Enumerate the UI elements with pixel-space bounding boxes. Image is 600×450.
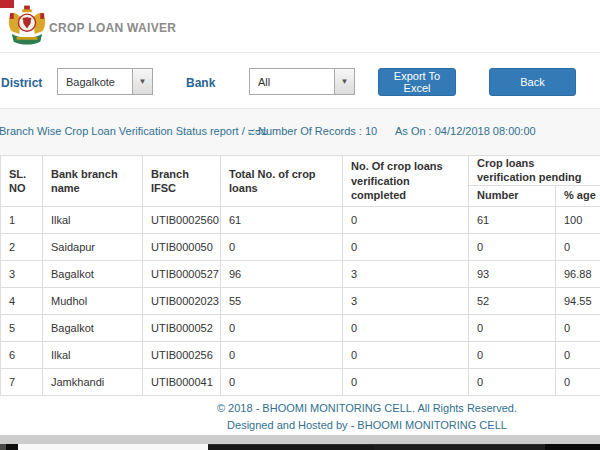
taskbar-segment (208, 444, 374, 450)
taskbar-segment (374, 444, 545, 450)
as-on-timestamp: As On : 04/12/2018 08:00:00 (395, 125, 536, 137)
table-row: 7JamkhandiUTIB0000410000 (1, 368, 600, 395)
verification-status-table: SL. NO Bank branch name Branch IFSC Tota… (0, 155, 600, 396)
bank-label: Bank (186, 76, 215, 90)
cell-sl_no: 1 (1, 206, 43, 233)
cell-total_loans: 0 (221, 233, 343, 260)
filter-bar: District Bagalkote ▼ Bank All ▼ Export T… (0, 54, 600, 108)
cell-pending_pct: 96.88 (556, 260, 600, 287)
cell-branch_name: Ilkal (43, 341, 143, 368)
cell-pending_pct: 0 (556, 341, 600, 368)
table-row: 1IlkalUTIB000256061061100 (1, 206, 600, 233)
taskbar-item[interactable] (18, 444, 208, 450)
col-header-pending-number: Number (469, 185, 556, 206)
cell-branch_name: Ilkal (43, 206, 143, 233)
cell-verified: 0 (343, 233, 469, 260)
cell-branch_name: Saidapur (43, 233, 143, 260)
cell-pending_number: 0 (469, 314, 556, 341)
cell-branch_name: Bagalkot (43, 260, 143, 287)
cell-verified: 3 (343, 260, 469, 287)
bottom-gray-strip (0, 435, 600, 444)
cell-sl_no: 4 (1, 287, 43, 314)
cell-verified: 3 (343, 287, 469, 314)
table-row: 2SaidapurUTIB0000500000 (1, 233, 600, 260)
cell-branch_name: Mudhol (43, 287, 143, 314)
bank-selected-value: All (250, 76, 270, 88)
cell-pending_number: 52 (469, 287, 556, 314)
taskbar-segment (545, 444, 600, 450)
col-header-verified: No. Of crop loans verification completed (343, 156, 469, 207)
cell-ifsc: UTIB0002023 (143, 287, 221, 314)
cell-pending_number: 61 (469, 206, 556, 233)
bank-select[interactable]: All ▼ (249, 68, 355, 95)
chevron-down-icon: ▼ (132, 69, 152, 94)
cell-pending_pct: 0 (556, 233, 600, 260)
cell-ifsc: UTIB0002560 (143, 206, 221, 233)
cell-total_loans: 0 (221, 341, 343, 368)
col-header-pending-group: Crop loans verification pending (469, 156, 600, 186)
app-header: CROP LOAN WAIVER (0, 0, 600, 53)
taskbar-edge (0, 444, 600, 450)
col-header-branch-name: Bank branch name (43, 156, 143, 207)
district-selected-value: Bagalkote (58, 76, 115, 88)
cell-verified: 0 (343, 206, 469, 233)
cell-verified: 0 (343, 314, 469, 341)
karnataka-emblem-icon (8, 4, 46, 49)
cell-sl_no: 2 (1, 233, 43, 260)
report-title: Branch Wise Crop Loan Verification Statu… (0, 125, 268, 138)
cell-total_loans: 96 (221, 260, 343, 287)
table-body: 1IlkalUTIB0002560610611002SaidapurUTIB00… (1, 206, 600, 395)
red-corner-mark (0, 0, 14, 8)
cell-sl_no: 5 (1, 314, 43, 341)
cell-branch_name: Jamkhandi (43, 368, 143, 395)
cell-total_loans: 0 (221, 368, 343, 395)
col-header-pending-pct: % age (556, 185, 600, 206)
cell-sl_no: 3 (1, 260, 43, 287)
page-footer: © 2018 - BHOOMI MONITORING CELL. All Rig… (134, 397, 600, 431)
hosted-by-line: Designed and Hosted by - BHOOMI MONITORI… (134, 419, 600, 431)
cell-ifsc: UTIB000050 (143, 233, 221, 260)
taskbar-segment (6, 444, 18, 450)
table-row: 6IlkalUTIB0002560000 (1, 341, 600, 368)
cell-ifsc: UTIB000041 (143, 368, 221, 395)
cell-pending_number: 93 (469, 260, 556, 287)
col-header-ifsc: Branch IFSC (143, 156, 221, 207)
cell-ifsc: UTIB000256 (143, 341, 221, 368)
cell-pending_number: 0 (469, 233, 556, 260)
export-to-excel-button[interactable]: Export To Excel (378, 68, 456, 96)
cell-verified: 0 (343, 341, 469, 368)
cell-total_loans: 0 (221, 314, 343, 341)
cell-sl_no: 6 (1, 341, 43, 368)
table-row: 4MudholUTIB00020235535294.55 (1, 287, 600, 314)
back-button[interactable]: Back (489, 68, 576, 96)
cell-ifsc: UTIB0000527 (143, 260, 221, 287)
district-label: District (1, 76, 42, 90)
cell-total_loans: 55 (221, 287, 343, 314)
col-header-total-loans: Total No. of crop loans (221, 156, 343, 207)
cell-total_loans: 61 (221, 206, 343, 233)
cell-pending_pct: 94.55 (556, 287, 600, 314)
cell-ifsc: UTIB000052 (143, 314, 221, 341)
page-title: CROP LOAN WAIVER (49, 21, 176, 35)
cell-pending_pct: 100 (556, 206, 600, 233)
district-select[interactable]: Bagalkote ▼ (57, 68, 153, 95)
table-row: 3BagalkotUTIB00005279639396.88 (1, 260, 600, 287)
report-info-band: Branch Wise Crop Loan Verification Statu… (0, 108, 600, 155)
cell-branch_name: Bagalkot (43, 314, 143, 341)
cell-pending_number: 0 (469, 341, 556, 368)
chevron-down-icon: ▼ (334, 69, 354, 94)
table-row: 5BagalkotUTIB0000520000 (1, 314, 600, 341)
col-header-sl-no: SL. NO (1, 156, 43, 207)
cell-pending_pct: 0 (556, 368, 600, 395)
copyright-line: © 2018 - BHOOMI MONITORING CELL. All Rig… (134, 402, 600, 414)
cell-pending_number: 0 (469, 368, 556, 395)
record-count: Number Of Records : 10 (258, 125, 377, 137)
cell-verified: 0 (343, 368, 469, 395)
cell-pending_pct: 0 (556, 314, 600, 341)
cell-sl_no: 7 (1, 368, 43, 395)
